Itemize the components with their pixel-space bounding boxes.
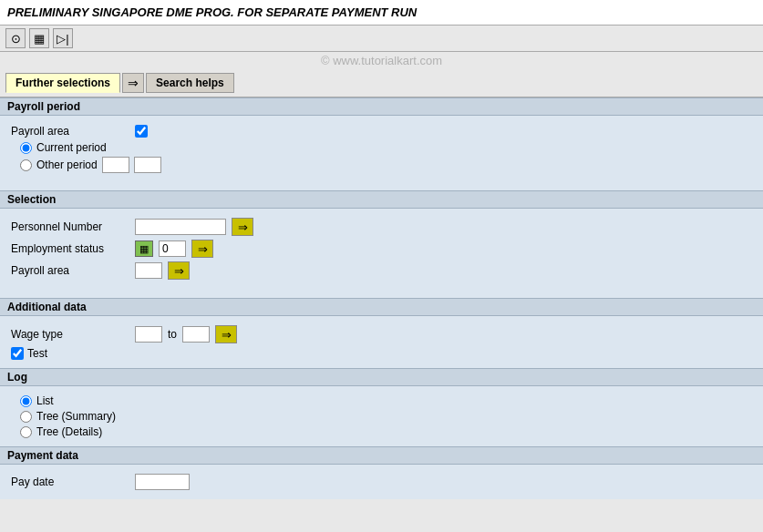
employment-status-row: Employment status ▦ 0 ⇒ xyxy=(11,240,752,258)
payroll-area-sel-label: Payroll area xyxy=(11,264,129,277)
personnel-number-label: Personnel Number xyxy=(11,220,129,233)
current-period-row: Current period xyxy=(20,141,752,154)
selection-section: Selection Personnel Number ⇒ Employment … xyxy=(0,190,763,289)
command-icon[interactable]: ▷| xyxy=(53,28,73,48)
other-period-row: Other period xyxy=(20,157,752,173)
test-row: Test xyxy=(11,347,752,360)
log-tree-summary-radio[interactable] xyxy=(20,411,32,423)
other-period-radio[interactable] xyxy=(20,159,32,171)
payroll-period-section: Payroll period Payroll area Current peri… xyxy=(0,97,763,181)
log-tree-details-row: Tree (Details) xyxy=(20,425,752,438)
personnel-number-arrow-btn[interactable]: ⇒ xyxy=(232,218,253,236)
additional-data-header: Additional data xyxy=(0,298,763,316)
other-period-label: Other period xyxy=(36,159,98,171)
employment-status-input[interactable]: 0 xyxy=(159,240,186,257)
log-list-radio[interactable] xyxy=(20,395,32,407)
log-section: Log List Tree (Summary) Tree (Details) xyxy=(0,368,763,446)
log-list-label: List xyxy=(36,394,54,407)
pay-date-row: Pay date xyxy=(11,474,752,490)
wage-type-arrow-btn[interactable]: ⇒ xyxy=(215,325,237,343)
pay-date-input[interactable] xyxy=(135,474,190,490)
log-tree-summary-label: Tree (Summary) xyxy=(36,410,116,423)
other-period-input-1[interactable] xyxy=(102,157,129,173)
payment-data-section: Payment data Pay date xyxy=(0,446,763,499)
other-period-input-2[interactable] xyxy=(134,157,161,173)
payment-data-header: Payment data xyxy=(0,446,763,465)
log-tree-details-radio[interactable] xyxy=(20,426,32,438)
to-label: to xyxy=(168,328,177,341)
log-body: List Tree (Summary) Tree (Details) xyxy=(0,386,763,446)
payroll-period-body: Payroll area Current period Other period xyxy=(0,116,763,181)
employment-status-green-btn[interactable]: ▦ xyxy=(135,240,153,257)
payment-data-body: Pay date xyxy=(0,465,763,499)
test-checkbox[interactable] xyxy=(11,347,24,360)
additional-data-section: Additional data Wage type to ⇒ Test xyxy=(0,298,763,368)
pay-date-label: Pay date xyxy=(11,476,129,488)
tab-arrow-icon[interactable]: ⇒ xyxy=(122,73,144,93)
save-icon[interactable]: ▦ xyxy=(29,28,49,48)
selection-body: Personnel Number ⇒ Employment status ▦ 0… xyxy=(0,209,763,289)
log-tree-summary-row: Tree (Summary) xyxy=(20,410,752,423)
log-header: Log xyxy=(0,368,763,386)
test-label: Test xyxy=(27,347,47,360)
payroll-area-arrow-btn[interactable]: ⇒ xyxy=(168,261,190,280)
personnel-number-row: Personnel Number ⇒ xyxy=(11,218,752,236)
payroll-period-header: Payroll period xyxy=(0,97,763,116)
additional-data-body: Wage type to ⇒ Test xyxy=(0,316,763,368)
main-content: Payroll period Payroll area Current peri… xyxy=(0,97,763,499)
payroll-area-sel-row: Payroll area ⇒ xyxy=(11,261,752,280)
current-period-radio[interactable] xyxy=(20,142,32,154)
payroll-area-label: Payroll area xyxy=(11,125,129,138)
wage-type-input-from[interactable] xyxy=(135,326,162,343)
tab-search-helps[interactable]: Search helps xyxy=(146,73,234,93)
payroll-area-sel-input[interactable] xyxy=(135,262,162,279)
watermark: © www.tutorialkart.com xyxy=(0,52,763,69)
selection-header: Selection xyxy=(0,190,763,209)
payroll-area-checkbox[interactable] xyxy=(135,125,148,138)
wage-type-input-to[interactable] xyxy=(182,326,210,343)
back-icon[interactable]: ⊙ xyxy=(5,28,26,48)
toolbar: ⊙ ▦ ▷| xyxy=(0,26,763,52)
wage-type-label: Wage type xyxy=(11,328,129,341)
personnel-number-input[interactable] xyxy=(135,219,226,235)
payroll-area-row: Payroll area xyxy=(11,125,752,138)
tab-further-selections[interactable]: Further selections xyxy=(5,73,120,93)
page-title: PRELIMINARY SINGAPORE DME PROG. FOR SEPA… xyxy=(0,0,763,26)
tabs-row: Further selections ⇒ Search helps xyxy=(0,69,763,97)
current-period-label: Current period xyxy=(36,141,107,154)
log-tree-details-label: Tree (Details) xyxy=(36,425,102,438)
employment-status-arrow-btn[interactable]: ⇒ xyxy=(191,240,213,258)
wage-type-row: Wage type to ⇒ xyxy=(11,325,752,343)
log-list-row: List xyxy=(20,394,752,407)
employment-status-label: Employment status xyxy=(11,242,129,255)
